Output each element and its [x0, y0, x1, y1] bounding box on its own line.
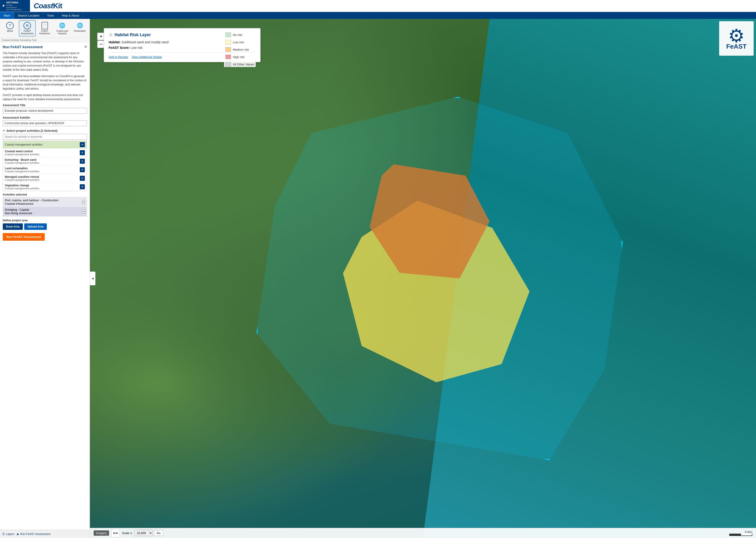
logo-sub2: Environment	[6, 6, 22, 9]
nav-tab-help[interactable]: Help & About	[58, 12, 83, 19]
activity-text: Managed coastline retreat Coastal manage…	[5, 175, 80, 181]
feast-logo: ⚙ FeAST	[719, 21, 754, 56]
activity-category: Coastal Infrastructure	[5, 202, 59, 205]
coasts-hazards-btn[interactable]: 🌐 Coasts and Hazards	[54, 20, 71, 36]
chevron-icon: ▼	[3, 130, 5, 132]
activity-text: Vegetation change Coastal management act…	[5, 184, 80, 190]
layers-label: Layers	[6, 532, 14, 536]
add-activity-btn[interactable]: +	[80, 150, 85, 155]
activity-list: Coastal management activities + Coastal …	[3, 141, 87, 191]
scale-icon	[113, 531, 118, 535]
add-activity-btn[interactable]: +	[80, 159, 85, 164]
layers-tab[interactable]: ☰ Layers	[2, 532, 14, 536]
map-area[interactable]: ◀ + − ☆ Habitat Risk Layer No risk Low r…	[90, 19, 756, 538]
activity-name: Land reclamation	[5, 167, 80, 170]
breadcrumb: Feature Activity Sensitivity Tool	[0, 38, 90, 42]
activity-text: Dredging - Capital Non-living resources	[5, 208, 32, 215]
add-activity-btn[interactable]: +	[80, 167, 85, 172]
legend-item-low-risk: Low risk	[224, 39, 256, 45]
other-swatch	[225, 62, 231, 67]
select-activities-label: Select project activities (2 Selected)	[6, 129, 57, 133]
activity-text: Coastal weed control Coastal management …	[5, 150, 80, 156]
assessment-title-input[interactable]	[3, 108, 87, 114]
high-risk-label: High risk	[233, 55, 245, 59]
view-details-link[interactable]: View Additional Details	[132, 55, 162, 59]
scale-prefix: Scale 1:	[122, 531, 133, 535]
scale-icon-btn[interactable]	[111, 529, 120, 537]
activity-search-input[interactable]	[3, 134, 87, 140]
list-item[interactable]: Vegetation change Coastal management act…	[3, 183, 87, 191]
about-btn[interactable]: ? About	[2, 20, 18, 36]
list-item[interactable]: Coastal management activities +	[3, 141, 87, 148]
legend-item-no-risk: No risk	[224, 32, 256, 37]
feast-tab-label: Run FeAST Assessment	[20, 532, 50, 536]
no-risk-swatch	[225, 32, 231, 37]
coast-text: Coast	[34, 2, 53, 10]
imagery-button[interactable]: Imagery	[94, 530, 109, 536]
feast-guidelines-btn[interactable]: 📄 FeAST Guidelines	[37, 20, 53, 36]
victoria-label: VICTORIA	[6, 1, 22, 4]
app-title: CoastKit	[30, 2, 66, 10]
scale-bar-ruler	[729, 534, 752, 536]
feast-assessment-btn[interactable]: ⚙ FeAST Assessment	[19, 20, 36, 36]
activity-category: Non-living resources	[5, 211, 32, 215]
add-activity-btn[interactable]: +	[80, 176, 85, 181]
medium-risk-label: Medium risk	[233, 48, 249, 51]
restoration-btn[interactable]: 🌐 Restoration	[72, 20, 88, 36]
ruler-half-1	[730, 534, 741, 535]
category-name: Coastal management activities	[5, 143, 80, 146]
map-bottom-bar: Imagery Scale 1: 10,000 5,000 25,000 50,…	[90, 528, 756, 538]
subtitle-input[interactable]	[3, 120, 87, 126]
run-feast-button[interactable]: Run FeAST Assessment	[3, 233, 45, 241]
coasts-label: Coasts and Hazards	[56, 30, 68, 35]
close-button[interactable]: ×	[84, 45, 87, 49]
score-value: Low risk	[131, 46, 143, 49]
feast-gear-icon: ⚙	[728, 27, 745, 45]
activity-text: Extracting - Beach sand Coastal manageme…	[5, 158, 80, 164]
add-activity-btn[interactable]: +	[80, 184, 85, 189]
nav-tab-tools[interactable]: Tools	[43, 12, 58, 19]
nav-tab-main[interactable]: Main	[0, 12, 14, 19]
high-risk-swatch	[225, 55, 231, 59]
nav-tab-search[interactable]: Search Location	[14, 12, 43, 19]
star-icon[interactable]: ☆	[109, 32, 113, 37]
panel-title: Run FeAST Assessment ×	[3, 45, 87, 49]
logo-text: VICTORIA Energy, Environment and Climate…	[6, 1, 22, 11]
list-item[interactable]: Dredging - Capital Non-living resources …	[3, 207, 87, 216]
about-label: About	[7, 30, 13, 32]
activity-name: Vegetation change	[5, 184, 80, 187]
activity-name: Dredging - Capital	[5, 208, 32, 211]
scale-select[interactable]: 10,000 5,000 25,000 50,000	[134, 530, 153, 536]
scale-go-button[interactable]: Go	[154, 530, 163, 536]
add-to-results-link[interactable]: Add to Results	[109, 55, 128, 59]
feast-tab[interactable]: ▶ Run FeAST Assessment	[17, 532, 50, 536]
no-risk-label: No risk	[233, 33, 242, 37]
select-activities-header[interactable]: ▼ Select project activities (2 Selected)	[3, 129, 87, 133]
feast-tab-icon: ▶	[17, 532, 19, 536]
kit-text: Kit	[53, 2, 62, 10]
remove-activity-btn-2[interactable]: −	[82, 209, 85, 214]
legend-item-high-risk: High risk	[224, 54, 256, 60]
list-item[interactable]: Coastal weed control Coastal management …	[3, 148, 87, 157]
list-item[interactable]: Extracting - Beach sand Coastal manageme…	[3, 157, 87, 166]
habitat-label: Habitat:	[109, 40, 121, 44]
upload-area-button[interactable]: Upload Area	[24, 223, 47, 230]
list-item[interactable]: Port, marina, and harbour - Construction…	[3, 197, 87, 207]
popup-title-text: Habitat Risk Layer	[115, 32, 151, 37]
description-1: The Feature Activity Sensitivity Tool (F…	[3, 51, 87, 72]
draw-area-button[interactable]: Draw Area	[3, 223, 23, 230]
remove-activity-btn[interactable]: −	[82, 200, 85, 204]
add-category-btn[interactable]: +	[80, 142, 85, 147]
habitat-value: Sublittoral sand and muddy sand	[121, 40, 168, 44]
collapse-button[interactable]: ◀	[90, 272, 95, 285]
restoration-icon: 🌐	[76, 22, 84, 29]
description-2: FeAST uses the best-available informatio…	[3, 74, 87, 91]
list-item[interactable]: Land reclamation Coastal management acti…	[3, 166, 87, 174]
logo-area: ✦ VICTORIA Energy, Environment and Clima…	[0, 0, 30, 12]
subtitle-label: Assessment Subtitle	[3, 116, 87, 119]
ruler-half-2	[741, 534, 752, 535]
activity-text: Land reclamation Coastal management acti…	[5, 167, 80, 173]
vic-crown-icon: ✦	[2, 4, 5, 8]
feast-logo-text: FeAST	[726, 43, 747, 50]
list-item[interactable]: Managed coastline retreat Coastal manage…	[3, 174, 87, 183]
